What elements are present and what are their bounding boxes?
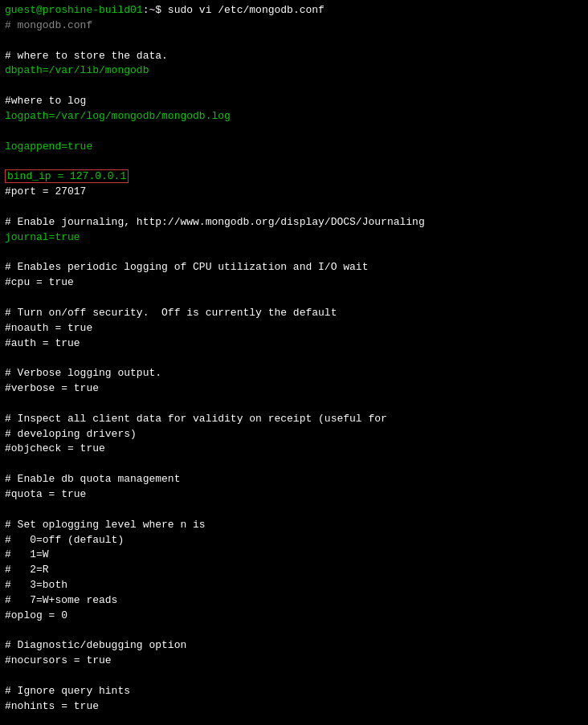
line-comment-diag: # Diagnostic/debugging option xyxy=(5,638,583,654)
line-blank9 xyxy=(5,397,583,412)
line-logappend: logappend=true xyxy=(5,140,583,155)
prompt-line: guest@proshine-build01:~$ sudo vi /etc/m… xyxy=(5,3,583,18)
line-comment-mongodb: # mongodb.conf xyxy=(5,18,583,34)
line-blank8 xyxy=(5,351,583,366)
line-blank13 xyxy=(5,669,583,684)
line-comment-inspect2: # developing drivers) xyxy=(5,427,583,442)
line-blank5 xyxy=(5,200,583,215)
line-blank3 xyxy=(5,124,583,140)
line-comment-query: # Ignore query hints xyxy=(5,684,583,699)
line-oplog: #oplog = 0 xyxy=(5,609,583,624)
line-comment-security: # Turn on/off security. Off is currently… xyxy=(5,306,583,321)
terminal-window: guest@proshine-build01:~$ sudo vi /etc/m… xyxy=(0,0,588,725)
line-comment-oplog5: # 3=both xyxy=(5,578,583,593)
line-blank14 xyxy=(5,715,583,725)
line-blank2 xyxy=(5,79,583,94)
line-quota: #quota = true xyxy=(5,487,583,503)
line-blank6 xyxy=(5,246,583,261)
line-comment-quota: # Enable db quota management xyxy=(5,472,583,487)
line-blank10 xyxy=(5,457,583,472)
line-port: #port = 27017 xyxy=(5,185,583,200)
line-bindip: bind_ip = 127.0.0.1 xyxy=(5,169,583,185)
line-comment-oplog6: # 7=W+some reads xyxy=(5,593,583,609)
line-auth: #auth = true xyxy=(5,336,583,352)
line-noauth: #noauth = true xyxy=(5,321,583,336)
line-blank7 xyxy=(5,291,583,306)
line-blank4 xyxy=(5,154,583,169)
line-comment-oplog4: # 2=R xyxy=(5,563,583,578)
line-comment-oplog3: # 1=W xyxy=(5,548,583,563)
line-nohints: #nohints = true xyxy=(5,699,583,715)
line-logpath: logpath=/var/log/mongodb/mongodb.log xyxy=(5,109,583,124)
line-blank11 xyxy=(5,503,583,518)
line-cpu: #cpu = true xyxy=(5,275,583,291)
line-dbpath: dbpath=/var/lib/mongodb xyxy=(5,63,583,79)
line-comment-log: #where to log xyxy=(5,94,583,109)
prompt-colon: :~$ xyxy=(143,4,168,16)
prompt-user: guest@proshine-build01 xyxy=(5,4,143,16)
line-objcheck: #objcheck = true xyxy=(5,442,583,457)
line-blank1 xyxy=(5,34,583,49)
bind-ip-value: bind_ip = 127.0.0.1 xyxy=(5,169,129,183)
line-comment-inspect1: # Inspect all client data for validity o… xyxy=(5,412,583,427)
line-comment-journal: # Enable journaling, http://www.mongodb.… xyxy=(5,215,583,230)
command-text: sudo vi /etc/mongodb.conf xyxy=(168,4,325,16)
line-verbose: #verbose = true xyxy=(5,381,583,397)
line-comment-cpu: # Enables periodic logging of CPU utiliz… xyxy=(5,260,583,275)
line-comment-oplog2: # 0=off (default) xyxy=(5,533,583,548)
line-blank12 xyxy=(5,624,583,639)
line-comment-where: # where to store the data. xyxy=(5,49,583,64)
line-nocursors: #nocursors = true xyxy=(5,654,583,669)
line-journal: journal=true xyxy=(5,230,583,246)
line-comment-verbose: # Verbose logging output. xyxy=(5,366,583,381)
line-comment-oplog1: # Set oplogging level where n is xyxy=(5,518,583,533)
